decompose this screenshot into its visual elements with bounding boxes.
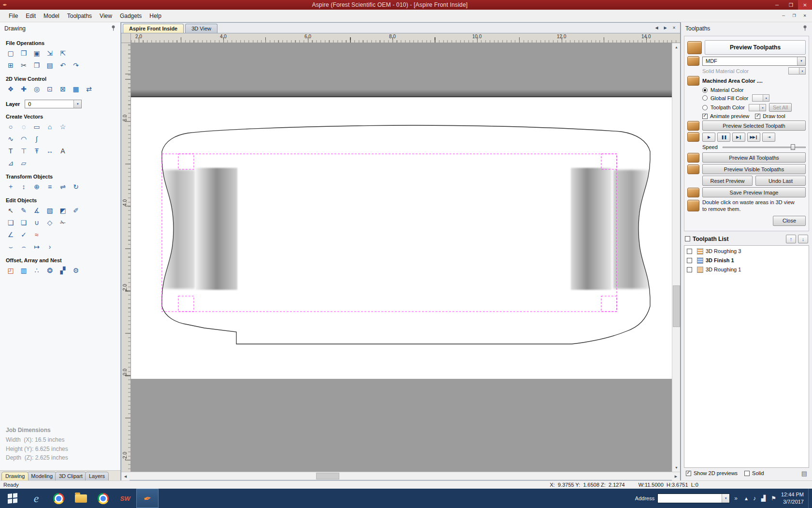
draw-ellipse-icon[interactable]: ◌: [19, 122, 29, 132]
material-select[interactable]: MDF ▾: [702, 57, 806, 66]
node-editing-icon[interactable]: ✎: [19, 206, 29, 215]
draw-text-icon[interactable]: T: [6, 146, 15, 156]
start-button[interactable]: [0, 489, 25, 508]
tile-view-icon[interactable]: ⇄: [84, 84, 94, 94]
snap-grid-icon[interactable]: ▦: [71, 84, 81, 94]
circular-array-icon[interactable]: ∴: [32, 266, 42, 275]
menu-model[interactable]: Model: [40, 10, 63, 22]
fit-curves-icon[interactable]: ✓: [19, 230, 29, 239]
trim-vectors-icon[interactable]: ✁: [58, 218, 68, 227]
undo-icon[interactable]: ↶: [58, 60, 68, 70]
array-copy-icon[interactable]: ▥: [19, 266, 29, 275]
rotate-objects-icon[interactable]: ↻: [71, 182, 81, 192]
menu-edit[interactable]: Edit: [22, 10, 40, 22]
tab-layers[interactable]: Layers: [85, 472, 109, 480]
step-icon[interactable]: ▶❙: [732, 133, 745, 142]
speed-slider[interactable]: [723, 143, 806, 151]
tab-3d-view[interactable]: 3D View: [185, 24, 218, 33]
draw-star-icon[interactable]: ☆: [58, 122, 68, 132]
fast-forward-icon[interactable]: ▶▶❙: [747, 133, 760, 142]
draw-tool-checkbox[interactable]: ✓: [755, 114, 760, 119]
volume-icon[interactable]: ♪: [753, 495, 756, 502]
toolpath-list-checkbox[interactable]: [685, 236, 690, 241]
paste-icon[interactable]: ▤: [45, 60, 55, 70]
tab-3d-clipart[interactable]: 3D Clipart: [55, 472, 87, 480]
vector-direction-icon[interactable]: ◇: [45, 218, 55, 227]
toolpath-color-picker[interactable]: ▾: [749, 104, 766, 111]
draw-arc-icon[interactable]: ◠: [19, 134, 29, 144]
menu-toolpaths[interactable]: Toolpaths: [63, 10, 96, 22]
network-icon[interactable]: ▟: [761, 495, 766, 502]
fillet-tool-icon[interactable]: ∠: [6, 230, 15, 239]
preview-visible-toolpaths-button[interactable]: Preview Visible Toolpaths: [702, 164, 806, 174]
global-fill-color-radio[interactable]: [702, 95, 708, 101]
toolpath-checkbox[interactable]: [687, 267, 692, 272]
text-on-curve-icon[interactable]: Ŧ: [32, 146, 42, 156]
chevron-down-icon[interactable]: ▾: [763, 95, 769, 101]
chevron-down-icon[interactable]: ▾: [797, 57, 805, 65]
solid-checkbox[interactable]: [744, 471, 750, 476]
toolpath-item-roughing-3[interactable]: 3D Roughing 3: [684, 247, 809, 256]
chevron-down-icon[interactable]: ▾: [759, 105, 766, 111]
join-vectors-icon[interactable]: ⌢: [19, 242, 29, 252]
draw-circle-icon[interactable]: ○: [6, 122, 15, 132]
chamfer-tool-icon[interactable]: ›: [45, 242, 55, 252]
align-objects-icon[interactable]: ≡: [45, 182, 55, 192]
file-explorer-icon[interactable]: [70, 489, 92, 508]
layer-select[interactable]: 0 ▾: [25, 100, 82, 108]
copy-icon[interactable]: ❐: [32, 60, 42, 70]
tab-aspire-front-inside[interactable]: Aspire Front Inside: [123, 24, 184, 33]
dimension-tool-icon[interactable]: ⊿: [6, 158, 15, 168]
toolpath-list[interactable]: 3D Roughing 3 3D Finish 1 3D Roughing 1: [684, 245, 809, 468]
minimize-button[interactable]: ─: [770, 0, 784, 10]
mirror-objects-icon[interactable]: ⇌: [58, 182, 68, 192]
play-icon[interactable]: ▶: [702, 133, 715, 142]
draw-curve-icon[interactable]: ∫: [32, 134, 42, 144]
new-drawing-icon[interactable]: ▢: [6, 48, 15, 58]
scroll-left-icon[interactable]: ◀: [121, 472, 130, 480]
taskbar-clock[interactable]: 12:44 PM 3/7/2017: [781, 491, 808, 506]
pin-icon[interactable]: [111, 25, 116, 32]
tab-scroll-left-icon[interactable]: ◀: [653, 24, 660, 31]
nest-objects-icon[interactable]: ▞: [58, 266, 68, 275]
toolpath-summary-icon[interactable]: ▤: [801, 470, 807, 477]
undo-last-button[interactable]: Undo Last: [755, 176, 806, 186]
toolpath-item-roughing-1[interactable]: 3D Roughing 1: [684, 265, 809, 274]
cut-icon[interactable]: ✂: [19, 60, 29, 70]
open-vector-icon[interactable]: ⌣: [6, 242, 15, 252]
drawing-canvas[interactable]: ▲ ▼: [131, 43, 680, 472]
vector-texture-icon[interactable]: ⚙: [71, 266, 81, 275]
scroll-right-icon[interactable]: ▶: [672, 472, 680, 480]
zoom-box-icon[interactable]: ⊡: [45, 84, 55, 94]
menu-gadgets[interactable]: Gadgets: [116, 10, 145, 22]
export-vectors-icon[interactable]: ⇱: [58, 48, 68, 58]
restore-button[interactable]: ❐: [784, 0, 798, 10]
tab-drawing[interactable]: Drawing: [1, 472, 29, 480]
offset-vectors-icon[interactable]: ◰: [6, 266, 15, 275]
tab-modeling[interactable]: Modeling: [27, 472, 57, 480]
child-close-button[interactable]: ✕: [799, 12, 810, 20]
move-toolpath-up-icon[interactable]: ↑: [786, 235, 796, 243]
pan-view-icon[interactable]: ✚: [19, 84, 29, 94]
import-vectors-icon[interactable]: ⇲: [45, 48, 55, 58]
toolpath-item-finish-1[interactable]: 3D Finish 1: [684, 256, 809, 265]
measure-tool-icon[interactable]: ∡: [32, 206, 42, 215]
select-cursor-icon[interactable]: ↖: [6, 206, 15, 215]
global-fill-color-picker[interactable]: ▾: [752, 94, 769, 102]
reset-preview-button[interactable]: Reset Preview: [702, 176, 753, 186]
move-toolpath-down-icon[interactable]: ↓: [798, 235, 808, 243]
weld-vectors-icon[interactable]: ∪: [32, 218, 42, 227]
chrome-icon[interactable]: [47, 489, 70, 508]
edit-picture-icon[interactable]: ▧: [45, 206, 55, 215]
menu-file[interactable]: File: [5, 10, 22, 22]
extend-vector-icon[interactable]: ↦: [32, 242, 42, 252]
child-restore-button[interactable]: ❐: [789, 12, 799, 20]
show-2d-previews-checkbox[interactable]: ✓: [686, 471, 691, 476]
set-size-icon[interactable]: ↕: [19, 182, 29, 192]
vertical-scroll-thumb[interactable]: [673, 285, 680, 327]
close-preview-button[interactable]: Close: [773, 216, 806, 226]
preview-selected-toolpath-button[interactable]: Preview Selected Toolpath: [702, 120, 806, 131]
solidworks-icon[interactable]: SW: [114, 489, 136, 508]
toolpath-checkbox[interactable]: [687, 258, 692, 263]
draw-polygon-icon[interactable]: ⌂: [45, 122, 55, 132]
